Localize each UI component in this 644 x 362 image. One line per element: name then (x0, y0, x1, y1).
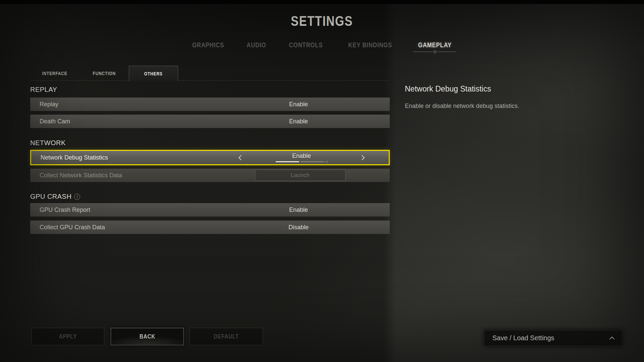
tab-graphics[interactable]: GRAPHICS (188, 41, 228, 53)
tab-audio[interactable]: AUDIO (244, 41, 269, 53)
subtab-function[interactable]: FUNCTION (79, 66, 129, 80)
selector-value-wrap: Enable (276, 153, 328, 163)
save-load-settings-bar[interactable]: Save / Load Settings (484, 330, 622, 346)
detail-panel-description: Enable or disable network debug statisti… (405, 103, 519, 110)
value-selector: Enable (239, 151, 364, 164)
option-position-indicator (276, 161, 328, 163)
detail-panel-title: Network Debug Statistics (405, 84, 491, 94)
page-title: SETTINGS (0, 13, 644, 29)
default-button[interactable]: DEFAULT (190, 328, 263, 345)
info-icon[interactable]: i (74, 194, 80, 200)
row-collect-gpu-crash-data[interactable]: Collect GPU Crash Data Disable (30, 221, 390, 234)
section-header-gpu-crash: GPU CRASH i (30, 193, 80, 200)
chevron-right-icon[interactable] (360, 155, 365, 160)
section-header-replay: REPLAY (30, 86, 57, 94)
section-header-network: NETWORK (30, 139, 66, 147)
top-edge-shadow (0, 0, 644, 4)
sub-tab-bar: INTERFACE FUNCTION OTHERS (30, 66, 390, 81)
tab-gameplay[interactable]: GAMEPLAY (414, 41, 456, 53)
diamond-indicator-icon (433, 50, 436, 54)
tab-key-bindings[interactable]: KEY BINDINGS (343, 41, 397, 53)
page-title-text: SETTINGS (291, 13, 353, 29)
row-death-cam[interactable]: Death Cam Enable (30, 115, 390, 128)
row-replay[interactable]: Replay Enable (30, 98, 390, 111)
subtab-interface[interactable]: INTERFACE (30, 66, 79, 80)
apply-button[interactable]: APPLY (32, 328, 104, 345)
launch-button[interactable]: Launch (255, 170, 345, 181)
subtab-others[interactable]: OTHERS (129, 66, 178, 81)
row-gpu-crash-report[interactable]: GPU Crash Report Enable (30, 203, 390, 217)
active-tab-underline (413, 51, 456, 53)
tab-controls[interactable]: CONTROLS (285, 41, 327, 53)
chevron-left-icon[interactable] (238, 155, 244, 160)
chevron-up-icon (609, 336, 615, 342)
row-collect-network-statistics[interactable]: Collect Network Statistics Data Launch (30, 169, 390, 182)
selector-value: Enable (292, 153, 311, 160)
main-tab-bar: GRAPHICS AUDIO CONTROLS KEY BINDINGS GAM… (0, 41, 644, 53)
save-load-label: Save / Load Settings (492, 334, 554, 342)
row-network-debug-statistics[interactable]: Network Debug Statistics Enable (30, 150, 390, 165)
back-button[interactable]: BACK (111, 328, 184, 345)
